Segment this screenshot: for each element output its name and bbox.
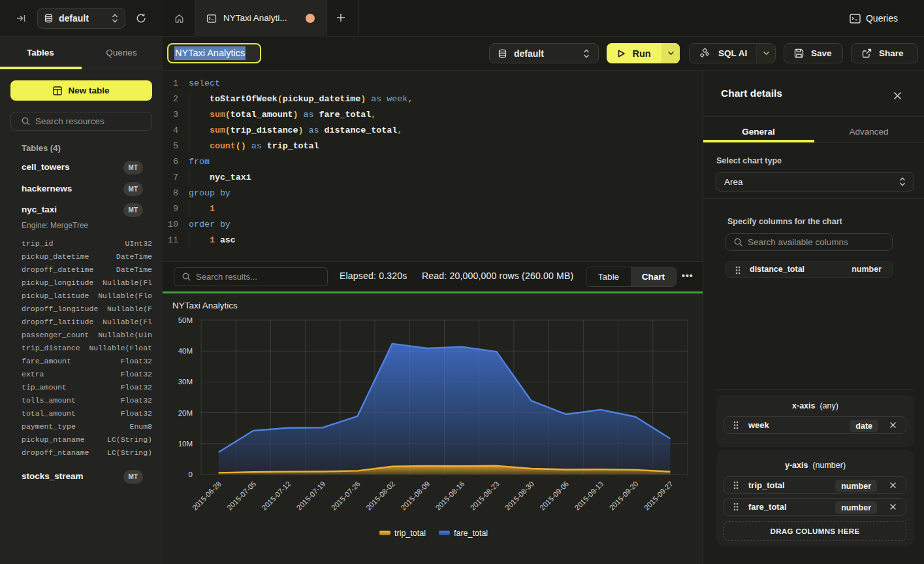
svg-text:2015-08-09: 2015-08-09: [399, 480, 431, 512]
svg-text:2015-09-27: 2015-09-27: [643, 480, 675, 512]
svg-text:2015-08-23: 2015-08-23: [469, 480, 501, 512]
svg-text:trip_total: trip_total: [394, 529, 426, 538]
svg-text:0: 0: [189, 471, 193, 478]
svg-text:2015-07-19: 2015-07-19: [295, 480, 327, 512]
svg-text:2015-07-12: 2015-07-12: [260, 480, 292, 512]
svg-text:2015-07-26: 2015-07-26: [330, 480, 362, 512]
svg-text:10M: 10M: [178, 440, 193, 448]
svg-text:2015-06-28: 2015-06-28: [191, 480, 223, 512]
svg-text:2015-08-30: 2015-08-30: [503, 480, 535, 512]
svg-text:fare_total: fare_total: [454, 529, 488, 538]
svg-text:2015-09-06: 2015-09-06: [538, 480, 570, 512]
svg-text:2015-08-02: 2015-08-02: [364, 480, 396, 512]
svg-text:30M: 30M: [178, 378, 193, 386]
svg-text:2015-08-16: 2015-08-16: [434, 480, 466, 512]
svg-text:2015-07-05: 2015-07-05: [225, 480, 257, 512]
svg-text:50M: 50M: [178, 316, 193, 324]
svg-text:20M: 20M: [178, 409, 193, 417]
svg-text:40M: 40M: [178, 347, 193, 355]
svg-text:2015-09-13: 2015-09-13: [573, 480, 605, 512]
svg-text:2015-09-20: 2015-09-20: [608, 480, 640, 512]
